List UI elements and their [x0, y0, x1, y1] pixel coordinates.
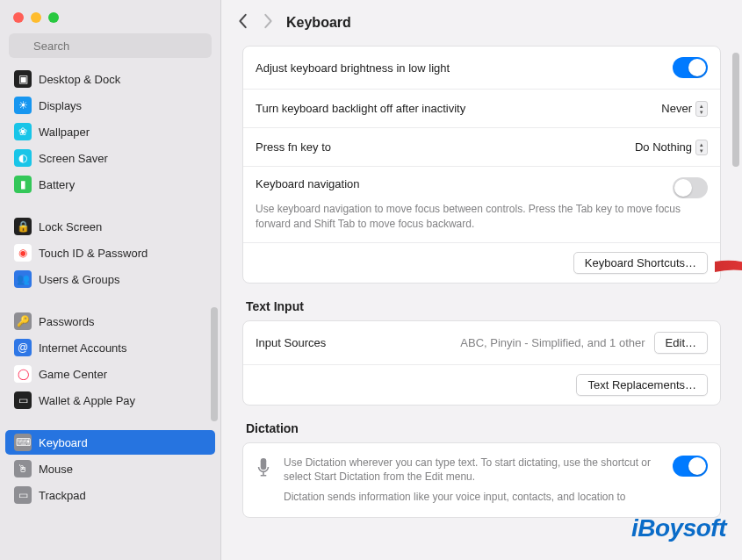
mouse-icon: 🖱 [14, 460, 32, 477]
window-controls [0, 0, 220, 33]
sidebar-item-label: Battery [39, 178, 75, 191]
backlight-off-row: Turn keyboard backlight off after inacti… [243, 90, 720, 128]
text-replacements-row: Text Replacements… [243, 365, 720, 405]
keyboard-shortcuts-row: Keyboard Shortcuts… [243, 243, 720, 283]
dictation-description: Use Dictation wherever you can type text… [284, 456, 662, 505]
dictation-heading: Dictation [246, 421, 717, 435]
sidebar-item-label: Mouse [39, 463, 73, 476]
dictation-toggle[interactable] [673, 456, 708, 477]
sidebar-item-label: Trackpad [39, 489, 86, 502]
sidebar-item-label: Touch ID & Password [39, 247, 148, 260]
wallet-apple-pay-icon: ▭ [14, 391, 32, 409]
sidebar-item-label: Keyboard [39, 436, 88, 449]
game-center-icon: ◯ [14, 365, 32, 383]
screen-saver-icon: ◐ [14, 149, 32, 167]
battery-icon: ▮ [14, 176, 32, 193]
internet-accounts-icon: @ [14, 339, 32, 356]
input-sources-edit-button[interactable]: Edit… [654, 332, 708, 354]
keyboard-navigation-row: Keyboard navigation Use keyboard navigat… [243, 167, 720, 243]
stepper-icon: ▴▾ [695, 101, 708, 117]
sidebar-item-label: Lock Screen [39, 220, 102, 233]
sidebar-item-internet-accounts[interactable]: @Internet Accounts [5, 335, 215, 360]
search-input[interactable] [9, 33, 212, 58]
text-input-panel: Input Sources ABC, Pinyin - Simplified, … [242, 320, 721, 406]
sidebar-item-trackpad[interactable]: ▭Trackpad [5, 483, 215, 507]
sidebar-item-label: Users & Groups [39, 273, 119, 286]
sidebar-item-passwords[interactable]: 🔑Passwords [5, 309, 215, 334]
sidebar-item-label: Internet Accounts [39, 341, 126, 355]
sidebar-item-label: Game Center [39, 368, 107, 381]
keyboard-navigation-toggle[interactable] [673, 177, 708, 198]
fn-key-row: Press fn key to Do Nothing ▴▾ [243, 128, 720, 167]
svg-rect-2 [261, 458, 267, 470]
sidebar-item-desktop-dock[interactable]: ▣Desktop & Dock [5, 67, 215, 91]
page-title: Keyboard [286, 15, 351, 31]
sidebar-item-label: Desktop & Dock [39, 73, 120, 86]
sidebar-item-users-groups[interactable]: 👥Users & Groups [5, 267, 215, 291]
content-area: Adjust keyboard brightness in low light … [221, 46, 742, 560]
sidebar-item-lock-screen[interactable]: 🔒Lock Screen [5, 214, 215, 239]
text-input-heading: Text Input [246, 299, 717, 313]
brightness-row: Adjust keyboard brightness in low light [243, 47, 720, 90]
backlight-off-label: Turn keyboard backlight off after inacti… [256, 102, 465, 115]
close-window-button[interactable] [13, 12, 24, 23]
fn-key-label: Press fn key to [256, 140, 331, 154]
keyboard-navigation-description: Use keyboard navigation to move focus be… [256, 202, 708, 232]
sidebar-item-mouse[interactable]: 🖱Mouse [5, 456, 215, 481]
minimize-window-button[interactable] [31, 12, 41, 23]
sidebar-item-displays[interactable]: ☀Displays [5, 93, 215, 118]
sidebar-item-screen-saver[interactable]: ◐Screen Saver [5, 146, 215, 170]
users-groups-icon: 👥 [14, 270, 32, 288]
sidebar: ▣Desktop & Dock☀Displays❀Wallpaper◐Scree… [0, 0, 221, 560]
sidebar-scrollbar[interactable] [211, 307, 218, 421]
sidebar-list: ▣Desktop & Dock☀Displays❀Wallpaper◐Scree… [0, 67, 220, 560]
sidebar-item-label: Passwords [39, 315, 95, 328]
fn-key-selector[interactable]: Do Nothing ▴▾ [635, 140, 708, 155]
input-sources-label: Input Sources [256, 336, 326, 349]
back-button[interactable] [237, 13, 249, 33]
desktop-dock-icon: ▣ [14, 70, 32, 88]
displays-icon: ☀ [14, 97, 32, 114]
text-replacements-button[interactable]: Text Replacements… [576, 374, 708, 396]
sidebar-item-label: Wallpaper [39, 126, 90, 139]
touch-id-password-icon: ◉ [14, 244, 32, 262]
sidebar-item-keyboard[interactable]: ⌨Keyboard [5, 430, 215, 455]
sidebar-item-wallpaper[interactable]: ❀Wallpaper [5, 119, 215, 144]
zoom-window-button[interactable] [48, 12, 59, 23]
sidebar-item-game-center[interactable]: ◯Game Center [5, 362, 215, 386]
main-scrollbar[interactable] [732, 53, 739, 167]
microphone-icon [256, 457, 273, 483]
keyboard-shortcuts-button[interactable]: Keyboard Shortcuts… [573, 252, 708, 274]
sidebar-item-battery[interactable]: ▮Battery [5, 172, 215, 197]
passwords-icon: 🔑 [14, 312, 32, 330]
backlight-off-selector[interactable]: Never ▴▾ [661, 101, 708, 117]
forward-button[interactable] [262, 13, 274, 33]
stepper-icon: ▴▾ [695, 140, 708, 155]
keyboard-icon: ⌨ [14, 434, 32, 451]
input-sources-value: ABC, Pinyin - Simplified, and 1 other [460, 336, 645, 349]
dictation-row: Use Dictation wherever you can type text… [243, 443, 720, 517]
trackpad-icon: ▭ [14, 486, 32, 504]
sidebar-item-wallet-apple-pay[interactable]: ▭Wallet & Apple Pay [5, 388, 215, 413]
header: Keyboard [221, 0, 742, 46]
lock-screen-icon: 🔒 [14, 218, 32, 235]
input-sources-row: Input Sources ABC, Pinyin - Simplified, … [243, 321, 720, 365]
keyboard-navigation-label: Keyboard navigation [256, 177, 360, 190]
main-pane: Keyboard Adjust keyboard brightness in l… [221, 0, 742, 560]
sidebar-item-label: Displays [39, 99, 82, 112]
sidebar-item-label: Wallet & Apple Pay [39, 394, 135, 407]
dictation-panel: Use Dictation wherever you can type text… [242, 442, 721, 518]
wallpaper-icon: ❀ [14, 123, 32, 140]
brightness-toggle[interactable] [673, 57, 708, 78]
brightness-label: Adjust keyboard brightness in low light [256, 61, 450, 75]
keyboard-settings-panel: Adjust keyboard brightness in low light … [242, 46, 721, 284]
sidebar-item-touch-id-password[interactable]: ◉Touch ID & Password [5, 241, 215, 265]
sidebar-item-label: Screen Saver [39, 152, 108, 165]
